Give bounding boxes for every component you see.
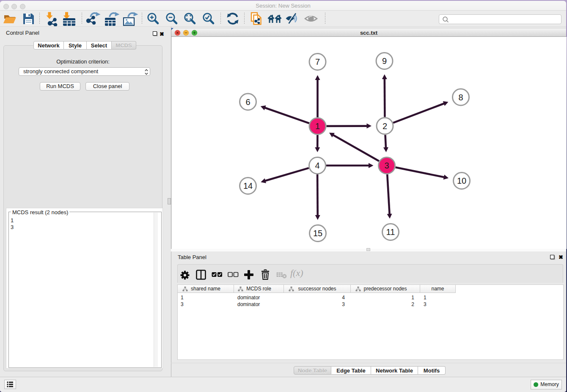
svg-text:15: 15 (313, 229, 322, 238)
svg-text:9: 9 (382, 56, 387, 66)
svg-text:8: 8 (458, 93, 463, 102)
svg-text:14: 14 (243, 181, 253, 190)
svg-text:4: 4 (315, 161, 319, 170)
svg-text:7: 7 (315, 57, 320, 66)
svg-text:6: 6 (245, 97, 250, 107)
svg-text:1: 1 (315, 121, 320, 131)
svg-text:11: 11 (386, 227, 395, 237)
svg-text:3: 3 (384, 161, 389, 170)
svg-text:2: 2 (383, 121, 387, 131)
svg-text:10: 10 (457, 176, 466, 185)
